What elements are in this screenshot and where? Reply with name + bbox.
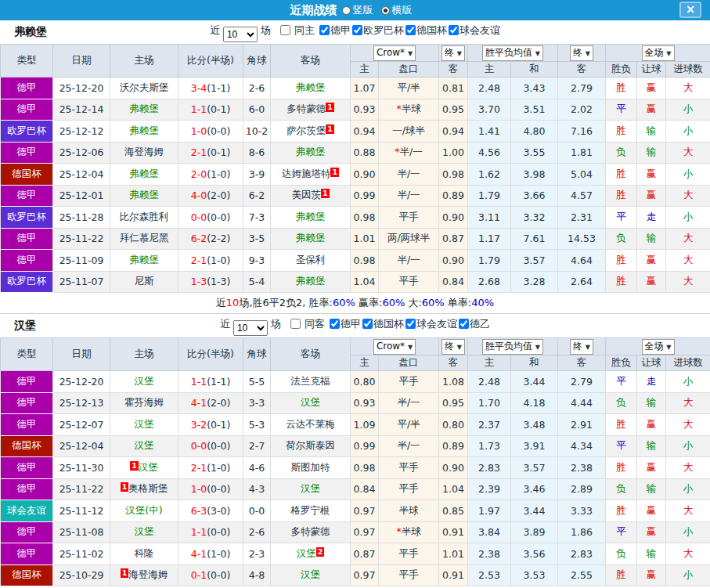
same-venue-filter[interactable]: 同主 bbox=[280, 24, 315, 36]
half-time-score: (0-0) bbox=[207, 569, 230, 581]
odds-away-cell: 0.85 bbox=[439, 500, 468, 522]
date-cell: 25-11-02 bbox=[53, 543, 110, 565]
summary-segment: 近 bbox=[216, 297, 226, 308]
close-button[interactable]: × bbox=[679, 2, 701, 18]
league-filter[interactable]: 球会友谊 bbox=[405, 318, 457, 330]
league-filter-label: 德甲 bbox=[341, 318, 361, 330]
league-filter[interactable]: 球会友谊 bbox=[449, 24, 500, 36]
league-filter[interactable]: 欧罗巴杯 bbox=[352, 24, 404, 36]
home-team-cell: 霍芬海姆 bbox=[110, 392, 178, 414]
corners-cell: 3-3 bbox=[243, 392, 271, 414]
goals-result-cell: 小 bbox=[666, 435, 710, 457]
avg-away-cell: 14.53 bbox=[558, 228, 606, 250]
full-time-score: 1-3 bbox=[191, 276, 207, 287]
avg-dropdown[interactable]: 胜平负均值 ▼ bbox=[482, 339, 543, 355]
scope-dropdown[interactable]: 全场 ▼ bbox=[642, 45, 675, 61]
date-cell: 25-10-29 bbox=[53, 565, 110, 586]
layout-option-vertical[interactable]: 竖版 bbox=[342, 3, 373, 17]
league-checkbox[interactable] bbox=[405, 319, 416, 329]
league-cell: 德甲 bbox=[1, 142, 53, 164]
team-sections-container: 弗赖堡近10场 同主德甲欧罗巴杯德国杯球会友谊类型日期主场比分(半场)角球客场C… bbox=[0, 20, 710, 586]
odds-home-cell: 0.98 bbox=[351, 207, 379, 229]
avg-final-dropdown[interactable]: 终 ▼ bbox=[570, 339, 593, 355]
chevron-down-icon: ▼ bbox=[457, 50, 462, 57]
league-filter[interactable]: 德国杯 bbox=[362, 318, 404, 330]
score-cell: 6-3(3-0) bbox=[178, 500, 243, 522]
half-time-score: (0-0) bbox=[207, 125, 230, 137]
odds-final-dropdown[interactable]: 终 ▼ bbox=[441, 339, 465, 355]
team-name-text: 比尔森胜利 bbox=[120, 211, 169, 222]
full-time-score: 6-2 bbox=[191, 233, 207, 244]
avg-final-dropdown[interactable]: 终 ▼ bbox=[570, 45, 593, 61]
team-name-text: 汉堡 bbox=[135, 439, 154, 451]
result-cell: 负 bbox=[606, 392, 637, 414]
result-cell: 胜 bbox=[606, 457, 637, 479]
score-cell: 6-2(2-2) bbox=[178, 228, 243, 250]
scope-dropdown[interactable]: 全场 ▼ bbox=[642, 339, 675, 355]
odds-company-dropdown[interactable]: Crow* ▼ bbox=[373, 45, 416, 61]
corners-cell: 4-6 bbox=[243, 457, 271, 479]
avg-home-cell: 2.53 bbox=[468, 565, 511, 586]
date-cell: 25-12-14 bbox=[53, 99, 110, 121]
league-cell: 德甲 bbox=[1, 457, 53, 479]
radio-icon[interactable] bbox=[342, 6, 351, 15]
league-checkbox[interactable] bbox=[362, 319, 373, 329]
league-filter[interactable]: 德甲 bbox=[319, 24, 351, 36]
league-checkbox[interactable] bbox=[330, 319, 340, 329]
goals-result-cell: 大 bbox=[666, 250, 710, 272]
league-checkbox[interactable] bbox=[352, 25, 362, 35]
full-time-score: 2-1 bbox=[191, 254, 207, 266]
column-header: 主场 bbox=[110, 45, 178, 78]
chevron-down-icon: ▼ bbox=[535, 50, 540, 57]
avg-away-cell: 5.04 bbox=[558, 164, 606, 186]
odds-home-cell: 0.97 bbox=[351, 565, 379, 586]
radio-selected-icon[interactable] bbox=[381, 6, 390, 15]
avg-away-cell: 4.57 bbox=[558, 185, 606, 207]
match-count-select[interactable]: 10 bbox=[223, 27, 258, 42]
date-cell: 25-12-12 bbox=[53, 121, 110, 142]
league-checkbox[interactable] bbox=[459, 319, 469, 329]
league-filter[interactable]: 德国杯 bbox=[405, 24, 447, 36]
same-venue-filter[interactable]: 同客 bbox=[290, 318, 325, 330]
red-card-badge: 1 bbox=[326, 103, 334, 112]
layout-option-horizontal[interactable]: 横版 bbox=[381, 3, 413, 17]
odds-company-dropdown[interactable]: Crow* ▼ bbox=[373, 339, 416, 355]
team-name-text: 海登海姆 bbox=[128, 568, 168, 580]
away-team-cell: 圣保利 bbox=[271, 250, 351, 272]
goals-result-cell: 小 bbox=[666, 121, 710, 142]
corners-cell: 5-5 bbox=[243, 371, 271, 393]
handicap-cell: 半/一 bbox=[379, 392, 439, 414]
result-cell: 胜 bbox=[606, 164, 637, 186]
odds-final-dropdown[interactable]: 终 ▼ bbox=[441, 45, 465, 61]
avg-away-cell: 2.31 bbox=[558, 207, 606, 229]
odds-away-cell: 0.98 bbox=[439, 164, 468, 186]
team-name-text: 尼斯 bbox=[135, 275, 154, 287]
league-checkbox[interactable] bbox=[449, 25, 459, 35]
match-row: 德国杯25-10-291海登海姆0-1(0-0)4-8汉堡0.97平手0.912… bbox=[1, 565, 710, 586]
odds-home-cell: 0.99 bbox=[351, 185, 379, 207]
column-header: 胜负 bbox=[606, 62, 637, 78]
team-name-text: 科隆 bbox=[135, 547, 154, 559]
league-filter[interactable]: 德甲 bbox=[330, 318, 361, 330]
avg-dropdown[interactable]: 胜平负均值 ▼ bbox=[482, 45, 543, 61]
handicap-result-cell: 走 bbox=[637, 371, 666, 393]
same-venue-checkbox[interactable] bbox=[280, 25, 290, 35]
away-team-cell: 多特蒙德1 bbox=[271, 99, 351, 121]
league-checkbox[interactable] bbox=[405, 25, 416, 35]
league-checkbox[interactable] bbox=[319, 25, 330, 35]
league-cell: 德国杯 bbox=[1, 435, 53, 457]
avg-home-cell: 3.11 bbox=[468, 207, 511, 229]
date-cell: 25-12-04 bbox=[53, 435, 110, 457]
full-time-score: 6-3 bbox=[191, 505, 207, 517]
league-filter[interactable]: 德乙 bbox=[459, 318, 490, 330]
team-name-text: 拜仁慕尼黑 bbox=[120, 232, 169, 243]
match-count-select[interactable]: 10 bbox=[233, 320, 268, 336]
same-venue-checkbox[interactable] bbox=[290, 319, 301, 329]
team-name-text: 弗赖堡 bbox=[129, 124, 159, 136]
score-cell: 4-0(2-0) bbox=[178, 185, 243, 207]
avg-draw-cell: 3.98 bbox=[511, 164, 558, 186]
avg-home-cell: 1.73 bbox=[468, 435, 511, 457]
team-name-text: 奥格斯堡 bbox=[128, 482, 168, 494]
odds-home-cell: 1.07 bbox=[351, 78, 379, 99]
avg-draw-cell: 3.89 bbox=[511, 521, 558, 543]
